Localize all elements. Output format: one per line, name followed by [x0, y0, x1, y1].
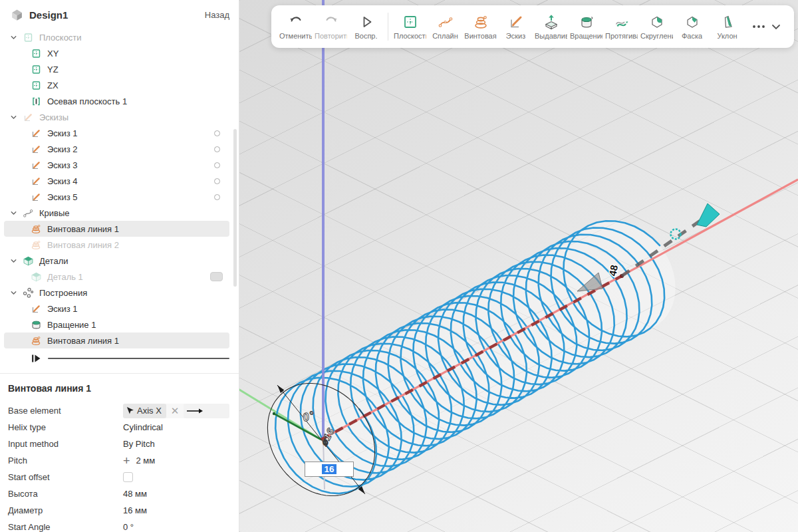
playback-button[interactable]: Воспр. — [348, 13, 384, 40]
tree-label: Винтовая линия 1 — [47, 336, 119, 346]
undo-icon — [287, 13, 305, 31]
spline-tool-button[interactable]: Сплайн — [428, 13, 463, 40]
visibility-toggle[interactable] — [214, 130, 220, 136]
tree-item-xy-plane[interactable]: XY — [4, 45, 229, 61]
tree-item-zx-plane[interactable]: ZX — [4, 77, 229, 93]
chevron-down-icon[interactable] — [9, 289, 18, 297]
tree-section-constructions[interactable]: Построения — [4, 285, 229, 301]
prop-row-base-element: Base element Axis X ✕ — [8, 402, 229, 419]
chamfer-tool-button[interactable]: Фаска — [674, 13, 710, 40]
plane-icon — [31, 80, 42, 91]
base-element-chip[interactable]: Axis X — [123, 404, 166, 418]
tree-label: XY — [47, 49, 59, 59]
cube-icon — [31, 271, 42, 283]
plane-icon — [31, 48, 42, 59]
history-play-icon[interactable] — [31, 353, 41, 364]
dimension-input[interactable]: 16 — [305, 462, 354, 477]
document-title: Design1 — [29, 9, 205, 21]
plus-icon[interactable]: + — [123, 455, 130, 467]
axis-direction-selector[interactable] — [184, 404, 229, 418]
chevron-down-icon[interactable] — [9, 113, 18, 122]
tree-item-sketch-5[interactable]: Эскиз 5 — [4, 189, 229, 205]
visibility-toggle[interactable] — [214, 162, 220, 168]
tree-item-revolve-1[interactable]: Вращение 1 — [4, 317, 229, 332]
start-angle-value[interactable]: 0 ° — [123, 522, 134, 532]
remove-selection-icon[interactable]: ✕ — [171, 406, 180, 416]
prop-label: Pitch — [8, 456, 123, 466]
tree-item-sketch-3[interactable]: Эскиз 3 — [4, 157, 229, 173]
redo-button[interactable]: Повторить — [313, 13, 348, 40]
base-element-field[interactable]: Axis X ✕ — [123, 404, 229, 418]
play-icon — [358, 13, 375, 31]
part-visibility-toggle[interactable] — [210, 272, 223, 281]
tree-section-planes[interactable]: Плоскости — [4, 29, 229, 45]
visibility-toggle[interactable] — [214, 194, 220, 200]
tree-section-parts[interactable]: Детали — [4, 253, 229, 269]
helix-icon — [31, 223, 42, 235]
sketch-icon — [31, 128, 42, 139]
sketch-icon — [31, 192, 42, 203]
history-slider-track[interactable] — [48, 358, 229, 359]
tree-label: Детали — [39, 256, 68, 266]
revolve-tool-button[interactable]: Вращение — [569, 13, 604, 40]
chevron-down-icon[interactable] — [9, 33, 18, 42]
tree-label: Построения — [39, 288, 87, 298]
diameter-arrow-start — [277, 385, 284, 393]
sweep-tool-button[interactable]: Протягивание — [604, 13, 639, 40]
helix-icon — [31, 239, 42, 251]
pitch-value[interactable]: 2 мм — [136, 456, 156, 466]
tree-scrollbar[interactable] — [233, 129, 237, 287]
tree-label: Кривые — [39, 208, 70, 218]
toolbar-label: Уклон — [717, 32, 737, 40]
height-dimension-label[interactable]: 48 — [606, 264, 620, 277]
history-slider[interactable] — [31, 350, 229, 367]
sketch-icon — [31, 160, 42, 171]
height-value[interactable]: 48 мм — [123, 489, 147, 499]
prop-row-start-angle: Start Angle 0 ° — [8, 519, 229, 532]
toolbar-label: Отменить — [279, 32, 312, 40]
tree-item-sketch-2[interactable]: Эскиз 2 — [4, 141, 229, 157]
collapse-toolbar-icon[interactable] — [767, 18, 785, 35]
dimension-input-value[interactable]: 16 — [322, 464, 336, 474]
visibility-toggle[interactable] — [214, 178, 220, 184]
chevron-down-icon[interactable] — [9, 209, 18, 217]
diameter-value[interactable]: 16 мм — [123, 505, 147, 515]
undo-button[interactable]: Отменить — [278, 13, 313, 40]
sketch-icon — [31, 303, 42, 315]
tree-label: Осевая плоскость 1 — [47, 96, 127, 106]
helix-tool-button[interactable]: Винтовая — [463, 13, 498, 40]
start-offset-checkbox[interactable] — [123, 472, 133, 482]
prop-row-diameter: Диаметр 16 мм — [8, 502, 229, 519]
tree-item-yz-plane[interactable]: YZ — [4, 61, 229, 77]
tree-item-helix-1[interactable]: Винтовая линия 1 — [4, 221, 229, 237]
sketch-tool-button[interactable]: Эскиз — [498, 13, 533, 40]
cube-icon — [23, 255, 34, 267]
plane-tool-button[interactable]: Плоскость — [392, 13, 428, 40]
visibility-toggle[interactable] — [214, 146, 220, 152]
tree-item-construction-helix-1[interactable]: Винтовая линия 1 — [4, 332, 229, 348]
input-method-value[interactable]: By Pitch — [123, 439, 155, 449]
cad-app: Design1 Назад Плоскости XY YZ ZX — [0, 0, 798, 532]
tree-section-sketches[interactable]: Эскизы — [4, 109, 229, 125]
helix-type-value[interactable]: Cylindrical — [123, 422, 163, 432]
tree-item-construction-sketch-1[interactable]: Эскиз 1 — [4, 301, 229, 317]
fillet-tool-button[interactable]: Скругление — [639, 13, 674, 40]
extrude-tool-button[interactable]: Выдавливание — [533, 13, 569, 40]
plane-icon — [23, 32, 34, 43]
tree-section-curves[interactable]: Кривые — [4, 205, 229, 221]
tree-item-axial-plane[interactable]: Осевая плоскость 1 — [4, 93, 229, 109]
tree-label: Винтовая линия 1 — [47, 224, 119, 234]
more-tools-button[interactable] — [750, 18, 767, 35]
tree-item-sketch-4[interactable]: Эскиз 4 — [4, 173, 229, 189]
prop-label: Высота — [8, 489, 123, 499]
tree-item-sketch-1[interactable]: Эскиз 1 — [4, 125, 229, 141]
tree-label: Эскиз 1 — [47, 304, 78, 314]
plane-tool-icon — [402, 13, 419, 31]
tree-item-part-1[interactable]: Деталь 1 — [4, 269, 229, 285]
draft-tool-button[interactable]: Уклон — [710, 13, 745, 40]
back-button[interactable]: Назад — [205, 10, 229, 20]
tree-label: Эскиз 2 — [47, 144, 78, 154]
tree-item-helix-2[interactable]: Винтовая линия 2 — [4, 237, 229, 253]
viewport-3d[interactable]: 0° ⌀16 48 Отменить Повторить Воспр. — [239, 0, 798, 532]
chevron-down-icon[interactable] — [9, 257, 18, 265]
